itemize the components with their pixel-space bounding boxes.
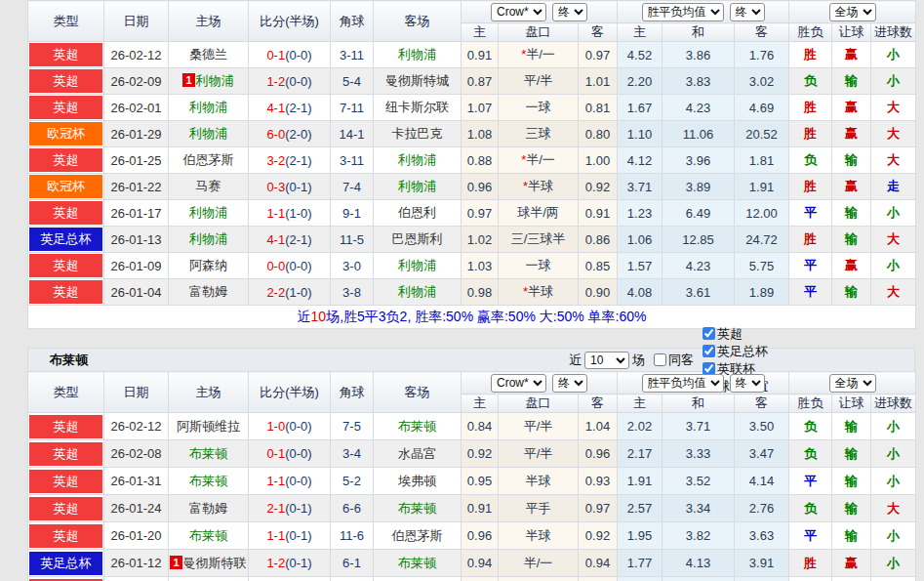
avg-home-odds: 1.23 [618,200,663,227]
final-select[interactable]: 终 [730,374,765,393]
result-handicap: 输 [845,205,858,220]
handicap-line: 三/三球半 [499,227,579,253]
away-team: 巴恩斯利 [392,231,443,246]
result-wdl: 胜 [804,100,817,114]
league-badge: 英足总杯 [29,228,102,251]
col-corner: 角球 [331,372,374,413]
league-filter-checkbox[interactable] [703,345,715,357]
result-wdl: 平 [804,284,817,299]
away-team: 纽卡斯尔联 [385,100,449,114]
fulltime-score: 3-2 [266,153,285,168]
final-select[interactable]: 终 [552,374,587,393]
home-odds: 0.94 [462,550,499,577]
team1-matches-panel: 类型 日期 主场 比分(半场) 角球 客场 Crow* 终 胜平负均值 [27,0,915,329]
star-marker: * [521,47,526,62]
avg-away-odds: 12.00 [735,200,789,227]
subcol-handicap: 盘口 [499,394,579,413]
subcol-avg-draw: 和 [663,394,735,413]
avg-draw-odds: 3.83 [663,68,735,95]
league-badge: 欧冠杯 [29,122,102,145]
fulltime-score: 0-0 [266,259,285,273]
handicap-line: *半/一 [499,42,579,68]
result-handicap: 赢 [845,47,858,62]
league-filter[interactable]: 英足总杯 [697,343,768,360]
away-team: 利物浦 [398,179,436,193]
avg-odds-select[interactable]: 胜平负均值 [642,374,724,393]
final-select[interactable]: 终 [730,3,765,21]
avg-draw-odds: 4.67 [663,577,735,581]
halftime-score: (0-1) [285,528,311,543]
avg-away-odds: 2.76 [735,495,789,522]
league-badge: 英超 [29,96,102,119]
same-away-checkbox[interactable] [654,353,666,366]
avg-away-odds: 1.91 [735,174,789,200]
col-corner: 角球 [331,1,374,42]
match-date: 26-01-04 [104,279,169,306]
halftime-score: (0-0) [285,74,311,89]
corner-count: 11-6 [331,522,374,550]
final-select[interactable]: 终 [552,3,587,21]
rank-badge: 1 [170,556,181,569]
avg-draw-odds: 4.23 [663,95,735,121]
away-odds: 0.92 [579,174,618,200]
halftime-score: (2-1) [285,232,311,247]
subcol-handicap: 盘口 [499,23,579,42]
halftime-score: (0-0) [285,419,311,434]
result-wdl: 负 [804,419,817,434]
team1-matches-table: 类型 日期 主场 比分(半场) 角球 客场 Crow* 终 胜平负均值 [27,0,916,329]
result-goals: 大 [887,231,900,246]
handicap-line: 平/半 [499,440,579,468]
scope-group-header: 全场 [789,1,916,23]
bookmaker-select[interactable]: Crow* [491,374,546,393]
star-marker: * [523,179,528,193]
subcol-hcp-result: 让球 [832,394,871,413]
match-row: 英超26-02-091利物浦1-2(0-0)5-4曼彻斯特城0.87平/半1.0… [28,68,916,95]
halftime-score: (0-0) [285,259,311,273]
col-home: 主场 [169,1,249,42]
halftime-score: (1-0) [285,206,311,221]
away-odds: 0.91 [579,200,618,227]
corner-count: 3-4 [331,440,374,468]
recent-count-select[interactable]: 10 [584,352,629,369]
result-handicap: 输 [845,528,858,543]
bookmaker-select[interactable]: Crow* [491,3,546,21]
away-team: 曼彻斯特城 [385,73,449,88]
result-wdl: 平 [804,258,817,272]
rank-badge: 1 [182,73,194,87]
match-date: 26-01-22 [104,174,169,200]
same-away-label: 同客 [668,352,694,369]
away-odds: 0.97 [579,495,618,522]
result-wdl: 负 [804,73,817,88]
match-row: 英超26-01-24富勒姆2-1(0-1)6-6布莱顿0.91平手0.972.5… [28,495,916,522]
result-handicap: 输 [845,73,858,88]
match-row: 英足总杯26-01-121曼彻斯特联1-2(0-1)6-1布莱顿0.94半/一0… [28,550,916,577]
fulltime-score: 1-2 [266,74,285,89]
league-filter-checkbox[interactable] [703,327,715,340]
corner-count: 6-6 [331,495,374,522]
result-handicap: 输 [845,474,858,488]
league-badge: 英超 [29,69,102,93]
avg-home-odds: 1.06 [618,227,663,253]
home-team: 利物浦 [196,73,234,88]
home-team: 富勒姆 [189,501,227,516]
match-date: 26-01-08 [104,577,169,581]
scope-select[interactable]: 全场 [829,374,876,393]
away-odds: 0.97 [579,42,618,68]
avg-home-odds: 2.57 [618,495,663,522]
league-badge: 英超 [29,201,102,225]
scope-select[interactable]: 全场 [829,3,876,21]
avg-odds-select[interactable]: 胜平负均值 [642,3,724,21]
away-team: 布莱顿 [398,556,436,570]
match-row: 英超26-02-12桑德兰0-1(0-0)3-11利物浦0.91*半/一0.97… [28,42,916,68]
fulltime-score: 0-3 [266,180,285,194]
same-away-filter[interactable]: 同客 [648,352,694,369]
match-row: 英超26-01-31布莱顿1-1(0-0)5-2埃弗顿0.95半球0.931.9… [28,468,916,495]
match-date: 26-01-24 [104,495,169,522]
home-team: 利物浦 [189,100,227,114]
result-goals: 大 [887,126,900,141]
corner-count: 11-5 [331,227,374,253]
subcol-goals: 进球数 [871,394,916,413]
result-handicap: 输 [845,501,858,516]
scope-group-header: 全场 [789,372,916,394]
league-filter[interactable]: 英超 [697,325,768,343]
